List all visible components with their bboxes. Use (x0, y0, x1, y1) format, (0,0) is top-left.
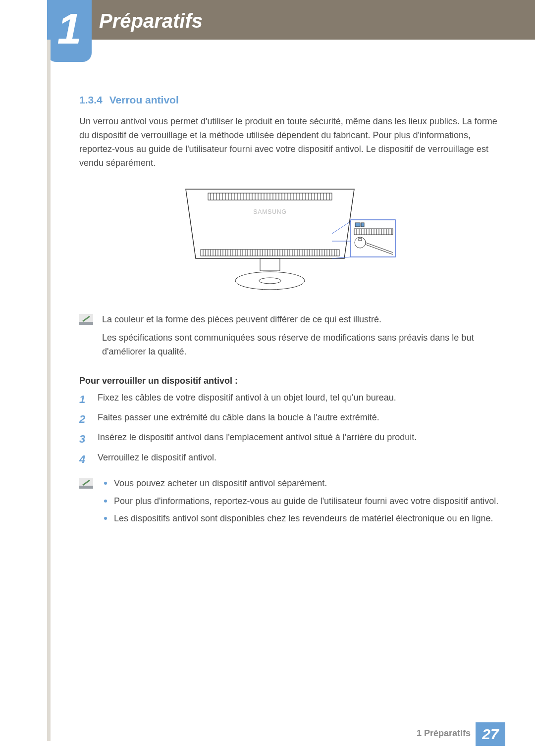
product-figure: SAMSUNG (79, 184, 500, 296)
note-icon (79, 477, 93, 530)
procedure-steps: 1Fixez les câbles de votre dispositif an… (79, 391, 500, 467)
svg-point-100 (259, 278, 281, 284)
svg-line-126 (366, 245, 393, 254)
svg-rect-98 (260, 258, 280, 271)
chapter-title: Préparatifs (99, 10, 203, 32)
svg-rect-122 (361, 223, 364, 227)
note-block-2: Vous pouvez acheter un dispositif antivo… (79, 477, 500, 530)
note2-bullet-1: Vous pouvez acheter un dispositif antivo… (102, 477, 500, 491)
chapter-badge: 1 (47, 0, 92, 62)
step-3: 3Insérez le dispositif antivol dans l'em… (79, 431, 500, 448)
brand-label: SAMSUNG (253, 208, 287, 215)
step-1: 1Fixez les câbles de votre dispositif an… (79, 391, 500, 408)
header-left-gap (0, 0, 47, 40)
step-2: 2Faites passer une extrémité du câble da… (79, 411, 500, 428)
left-side-rule (47, 40, 51, 741)
step-2-text: Faites passer une extrémité du câble dan… (98, 411, 379, 428)
note1-line1: La couleur et la forme des pièces peuven… (102, 313, 500, 327)
svg-rect-130 (79, 486, 93, 489)
procedure-heading: Pour verrouiller un dispositif antivol : (79, 376, 500, 386)
svg-rect-105 (354, 229, 393, 235)
note1-line2: Les spécifications sont communiquées sou… (102, 331, 500, 359)
footer-breadcrumb: 1 Préparatifs (417, 728, 471, 739)
svg-point-99 (235, 272, 305, 290)
note2-bullet-3: Les dispositifs antivol sont disponibles… (102, 512, 500, 526)
svg-rect-124 (359, 239, 362, 241)
section-title: Verrou antivol (109, 94, 179, 105)
note-icon (79, 313, 93, 364)
step-3-text: Insérez le dispositif antivol dans l'emp… (98, 431, 417, 448)
section-heading: 1.3.4Verrou antivol (79, 94, 500, 106)
step-4-text: Verrouillez le dispositif antivol. (98, 451, 216, 468)
monitor-back-illustration: SAMSUNG (181, 184, 399, 296)
chapter-number: 1 (57, 7, 82, 50)
section-number: 1.3.4 (79, 94, 103, 105)
note-block-1: La couleur et la forme des pièces peuven… (79, 313, 500, 364)
note2-bullets: Vous pouvez acheter un dispositif antivo… (102, 477, 500, 526)
page-footer: 1 Préparatifs 27 (0, 722, 535, 746)
svg-line-125 (366, 243, 393, 252)
svg-rect-121 (355, 223, 360, 227)
intro-paragraph: Un verrou antivol vous permet d'utiliser… (79, 115, 500, 170)
svg-rect-128 (79, 322, 93, 325)
page-content: 1.3.4Verrou antivol Un verrou antivol vo… (79, 94, 500, 542)
footer-page-number: 27 (476, 722, 505, 746)
note2-bullet-2: Pour plus d'informations, reportez-vous … (102, 495, 500, 508)
step-1-text: Fixez les câbles de votre dispositif ant… (98, 391, 396, 408)
step-4: 4Verrouillez le dispositif antivol. (79, 451, 500, 468)
